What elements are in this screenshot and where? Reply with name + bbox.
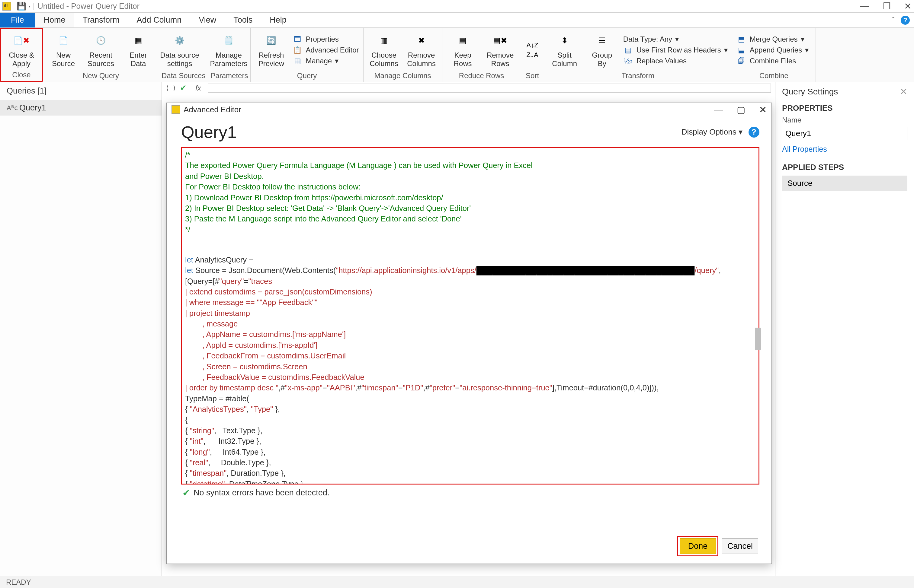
- powerbi-icon: [172, 105, 180, 114]
- tab-add-column[interactable]: Add Column: [128, 13, 191, 27]
- dialog-minimize-button[interactable]: —: [714, 104, 723, 115]
- group-label: Close: [3, 69, 40, 81]
- text-type-icon: Aᴮᴄ: [6, 104, 16, 112]
- name-label: Name: [782, 116, 908, 124]
- manage-parameters-button[interactable]: 🗒️Manage Parameters: [211, 29, 247, 70]
- scrollbar-handle[interactable]: [755, 328, 761, 350]
- code-editor-wrapper: /* The exported Power Query Formula Lang…: [181, 147, 759, 485]
- ribbon-group-manage-columns: ▥Choose Columns ✖Remove Columns Manage C…: [363, 28, 442, 82]
- group-label: Transform: [546, 70, 729, 82]
- powerbi-icon: [2, 2, 11, 11]
- group-label: New Query: [45, 70, 156, 82]
- ribbon-group-parameters: 🗒️Manage Parameters Parameters: [208, 28, 251, 82]
- group-label: Manage Columns: [366, 70, 440, 82]
- split-column-button[interactable]: ⬍Split Column: [546, 29, 583, 70]
- save-icon[interactable]: 💾: [17, 2, 26, 11]
- group-label: Data Sources: [162, 70, 205, 82]
- data-source-settings-button[interactable]: ⚙️Data source settings: [162, 29, 198, 70]
- sort-desc-button[interactable]: Z↓A: [527, 51, 538, 59]
- tab-file[interactable]: File: [0, 13, 35, 27]
- queries-header: Queries [1]: [0, 82, 162, 100]
- fx-icon[interactable]: fx: [191, 84, 201, 92]
- nav-forward-icon[interactable]: ⟩: [173, 84, 176, 92]
- maximize-button[interactable]: ❐: [883, 1, 891, 11]
- minimize-button[interactable]: —: [860, 1, 869, 11]
- group-by-button[interactable]: ☰Group By: [584, 29, 620, 70]
- merge-queries-button[interactable]: ⬒Merge Queries ▾: [735, 34, 813, 44]
- tab-view[interactable]: View: [190, 13, 225, 27]
- help-icon[interactable]: ?: [901, 16, 910, 25]
- tab-transform[interactable]: Transform: [74, 13, 128, 27]
- sort-asc-button[interactable]: A↓Z: [527, 41, 538, 49]
- check-icon: ✔: [182, 488, 190, 498]
- query-name-input[interactable]: [782, 127, 908, 140]
- dialog-title: Advanced Editor: [183, 105, 241, 114]
- ribbon-group-combine: ⬒Merge Queries ▾ ⬓Append Queries ▾ 🗐Comb…: [732, 28, 816, 82]
- dialog-maximize-button[interactable]: ▢: [737, 104, 745, 115]
- ribbon-collapse-icon[interactable]: ˆ: [892, 15, 895, 25]
- advanced-editor-button[interactable]: 📋Advanced Editor: [290, 45, 361, 55]
- replace-values-button[interactable]: ½₂Replace Values: [621, 56, 729, 66]
- new-source-button[interactable]: 📄New Source: [45, 29, 81, 70]
- close-settings-icon[interactable]: ✕: [900, 86, 908, 97]
- query-item-label: Query1: [19, 103, 46, 113]
- queries-pane: Queries [1] Aᴮᴄ Query1: [0, 82, 162, 576]
- window-title: Untitled - Power Query Editor: [37, 2, 139, 11]
- close-and-apply-button[interactable]: 📄✖ Close & Apply: [3, 31, 40, 69]
- ribbon: 📄✖ Close & Apply Close 📄New Source 🕓Rece…: [0, 28, 914, 82]
- settings-header: Query Settings: [782, 87, 838, 97]
- manage-button[interactable]: ▦Manage ▾: [290, 56, 361, 66]
- window-controls: — ❐ ✕: [860, 1, 912, 11]
- applied-step-item[interactable]: Source: [782, 176, 908, 191]
- close-window-button[interactable]: ✕: [904, 1, 912, 11]
- help-icon[interactable]: ?: [749, 127, 759, 137]
- properties-heading: PROPERTIES: [782, 103, 908, 113]
- group-label: Combine: [735, 70, 813, 82]
- combine-files-button[interactable]: 🗐Combine Files: [735, 56, 813, 66]
- group-label: Reduce Rows: [445, 70, 519, 82]
- group-label: Parameters: [211, 70, 248, 82]
- query-settings-pane: Query Settings ✕ PROPERTIES Name All Pro…: [775, 82, 914, 576]
- refresh-preview-button[interactable]: 🔄Refresh Preview: [253, 29, 289, 70]
- tab-tools[interactable]: Tools: [225, 13, 261, 27]
- ribbon-group-close: 📄✖ Close & Apply Close: [0, 28, 43, 82]
- query-item[interactable]: Aᴮᴄ Query1: [0, 100, 162, 116]
- ribbon-group-data-sources: ⚙️Data source settings Data Sources: [159, 28, 208, 82]
- ribbon-group-query: 🔄Refresh Preview 🗔Properties 📋Advanced E…: [251, 28, 363, 82]
- status-text: READY: [6, 578, 31, 586]
- qat-dropdown-icon[interactable]: ▾: [29, 4, 31, 8]
- separator: [34, 3, 34, 10]
- ribbon-group-transform: ⬍Split Column ☰Group By Data Type: Any ▾…: [544, 28, 732, 82]
- dialog-heading: Query1: [181, 122, 237, 142]
- dialog-close-button[interactable]: ✕: [759, 104, 767, 115]
- keep-rows-button[interactable]: ▤Keep Rows: [445, 29, 481, 70]
- all-properties-link[interactable]: All Properties: [782, 145, 908, 153]
- ribbon-tabs: File Home Transform Add Column View Tool…: [0, 13, 914, 28]
- remove-columns-button[interactable]: ✖Remove Columns: [404, 29, 440, 70]
- formula-bar: ⟨ ⟩ ✔ fx: [162, 82, 775, 94]
- ribbon-group-reduce-rows: ▤Keep Rows ▤✖Remove Rows Reduce Rows: [442, 28, 521, 82]
- ribbon-group-new-query: 📄New Source 🕓Recent Sources ▦Enter Data …: [43, 28, 159, 82]
- code-editor[interactable]: /* The exported Power Query Formula Lang…: [182, 148, 758, 484]
- enter-data-button[interactable]: ▦Enter Data: [120, 29, 156, 70]
- title-bar: 💾 ▾ Untitled - Power Query Editor — ❐ ✕: [0, 0, 914, 13]
- tab-help[interactable]: Help: [261, 13, 295, 27]
- done-button[interactable]: Done: [680, 538, 716, 554]
- data-type-dropdown[interactable]: Data Type: Any ▾: [621, 34, 729, 44]
- cancel-button[interactable]: Cancel: [722, 538, 758, 554]
- group-label: Sort: [523, 70, 541, 82]
- formula-input[interactable]: [208, 84, 771, 93]
- dialog-titlebar: Advanced Editor — ▢ ✕: [167, 103, 771, 116]
- first-row-headers-button[interactable]: ▤Use First Row as Headers ▾: [621, 45, 729, 55]
- choose-columns-button[interactable]: ▥Choose Columns: [366, 29, 402, 70]
- quick-access-toolbar: 💾 ▾: [2, 2, 34, 11]
- applied-steps-heading: APPLIED STEPS: [782, 163, 908, 172]
- append-queries-button[interactable]: ⬓Append Queries ▾: [735, 45, 813, 55]
- check-icon[interactable]: ✔: [180, 83, 186, 93]
- properties-button[interactable]: 🗔Properties: [290, 34, 361, 44]
- nav-back-icon[interactable]: ⟨: [166, 84, 169, 92]
- remove-rows-button[interactable]: ▤✖Remove Rows: [482, 29, 519, 70]
- display-options-dropdown[interactable]: Display Options ▾: [682, 127, 742, 137]
- recent-sources-button[interactable]: 🕓Recent Sources: [83, 29, 119, 70]
- tab-home[interactable]: Home: [35, 13, 74, 27]
